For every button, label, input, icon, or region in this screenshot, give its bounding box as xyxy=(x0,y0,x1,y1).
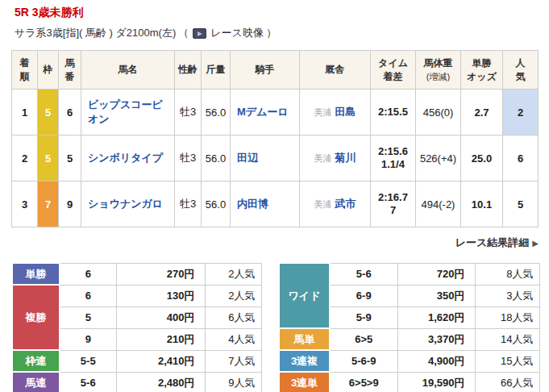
combo-cell: 5 xyxy=(60,307,116,328)
race-result-detail-link[interactable]: レース結果詳細▶ xyxy=(455,236,539,250)
combo-cell: 6>5 xyxy=(330,328,397,350)
col-header-stable: 厩舎 xyxy=(300,51,371,90)
jockey-link[interactable]: 内田博 xyxy=(237,198,268,210)
ninki-cell: 14人気 xyxy=(475,328,539,350)
rank-cell: 2 xyxy=(12,136,38,181)
horse-name-link[interactable]: シンボリタイプ xyxy=(88,152,163,164)
combo-cell: 6-9 xyxy=(330,285,397,307)
combo-cell: 6 xyxy=(60,263,116,285)
combo-cell: 5-5 xyxy=(60,350,116,372)
horse-number-cell: 9 xyxy=(59,181,81,227)
time-cell: 2:16.77 xyxy=(371,181,416,227)
margin-label: 7 xyxy=(390,204,396,216)
rank-cell: 3 xyxy=(12,181,38,227)
horse-weight-cell: 526(+4) xyxy=(416,136,461,181)
waku-cell: 5 xyxy=(38,90,59,136)
stable-area-label: 美浦 xyxy=(314,153,332,163)
payout-row-sanrentan: 3連単 6>5>9 19,590円 66人気 xyxy=(279,372,539,392)
combo-cell: 9 xyxy=(60,328,116,350)
arrow-right-icon: ▶ xyxy=(532,239,539,248)
results-header-row: 着 順 枠 馬 番 馬名 性齢 斤量 騎手 厩舎 タイム 着差 馬体重(増減) … xyxy=(12,51,539,90)
bet-type-label: 複勝 xyxy=(12,285,60,350)
payout-cell: 1,620円 xyxy=(397,307,475,328)
payout-row-tansho: 単勝 6 270円 2人気 xyxy=(12,263,261,285)
bet-type-label: 馬連 xyxy=(12,372,60,392)
race-conditions-text: サラ系3歳[指]( 馬齢 ) ダ2100m(左) xyxy=(15,26,176,40)
trainer-link[interactable]: 武市 xyxy=(335,198,356,210)
ninki-cell: 9人気 xyxy=(205,372,261,392)
payout-cell: 400円 xyxy=(116,307,205,328)
result-row-1: 1 5 6 ビップスコーピオン 牡3 56.0 Mデムーロ 美浦田島 2:15.… xyxy=(12,90,539,136)
ninki-cell: 6人気 xyxy=(205,307,261,328)
payout-cell: 130円 xyxy=(116,285,205,307)
horse-number-cell: 5 xyxy=(59,136,81,181)
stable-cell: 美浦田島 xyxy=(300,90,371,136)
waku-cell: 5 xyxy=(38,136,59,181)
weight-cell: 56.0 xyxy=(202,136,231,181)
payout-cell: 2,480円 xyxy=(116,372,205,392)
race-video-link[interactable]: レース映像 xyxy=(210,26,264,40)
horse-weight-cell: 456(0) xyxy=(416,90,461,136)
col-header-horse-weight: 馬体重(増減) xyxy=(416,51,461,90)
sex-age-cell: 牡3 xyxy=(175,90,202,136)
ninki-cell: 2 xyxy=(503,90,539,136)
bet-type-label: 3連単 xyxy=(279,372,330,392)
col-header-name: 馬名 xyxy=(81,51,175,90)
stable-cell: 美浦菊川 xyxy=(300,136,371,181)
payout-table-left: 単勝 6 270円 2人気 複勝 6 130円 2人気 5 400円 6人気 9… xyxy=(11,262,262,392)
payout-row-umaren: 馬連 5-6 2,480円 9人気 xyxy=(12,372,261,392)
col-header-ninki: 人 気 xyxy=(503,51,539,90)
video-icon[interactable] xyxy=(193,28,206,39)
paren-close: ） xyxy=(266,26,277,40)
col-header-odds: 単勝 オッズ xyxy=(461,51,503,90)
paren-open: （ xyxy=(178,26,189,40)
payout-table-right: ワイド 5-6 720円 8人気 6-9 350円 3人気 5-9 1,620円… xyxy=(278,262,540,392)
col-header-weight: 斤量 xyxy=(202,51,231,90)
payout-cell: 350円 xyxy=(397,285,475,307)
payout-cell: 270円 xyxy=(116,263,205,285)
horse-weight-cell: 494(-2) xyxy=(416,181,461,227)
time-cell: 2:15.61.1/4 xyxy=(371,136,416,181)
col-header-number: 馬 番 xyxy=(59,51,81,90)
combo-cell: 5-6 xyxy=(330,263,397,285)
payout-cell: 210円 xyxy=(116,328,205,350)
col-header-time: タイム 着差 xyxy=(371,51,416,90)
ninki-cell: 7人気 xyxy=(205,350,261,372)
race-result-detail-label: レース結果詳細 xyxy=(455,236,530,248)
ninki-cell: 4人気 xyxy=(205,328,261,350)
sex-age-cell: 牡3 xyxy=(175,181,202,227)
horse-name-link[interactable]: ショウナンガロ xyxy=(88,198,163,210)
bet-type-label: 3連複 xyxy=(279,350,330,372)
jockey-link[interactable]: Mデムーロ xyxy=(237,106,289,118)
odds-cell: 25.0 xyxy=(461,136,503,181)
odds-cell: 2.7 xyxy=(461,90,503,136)
waku-cell: 7 xyxy=(38,181,59,227)
combo-cell: 5-9 xyxy=(330,307,397,328)
combo-cell: 6 xyxy=(60,285,116,307)
stable-area-label: 美浦 xyxy=(314,107,332,117)
bet-type-label: 枠連 xyxy=(12,350,60,372)
horse-name-link[interactable]: ビップスコーピオン xyxy=(88,98,163,125)
trainer-link[interactable]: 菊川 xyxy=(335,152,356,164)
ninki-cell: 2人気 xyxy=(205,263,261,285)
col-header-jockey: 騎手 xyxy=(231,51,300,90)
rank-cell: 1 xyxy=(12,90,38,136)
payout-cell: 720円 xyxy=(397,263,475,285)
bet-type-label: 馬単 xyxy=(279,328,330,350)
col-header-rank: 着 順 xyxy=(12,51,38,90)
time-cell: 2:15.5 xyxy=(371,90,416,136)
payout-cell: 2,410円 xyxy=(116,350,205,372)
stable-cell: 美浦武市 xyxy=(300,181,371,227)
jockey-link[interactable]: 田辺 xyxy=(237,152,258,164)
payout-cell: 19,590円 xyxy=(397,372,475,392)
payout-row-wakuren: 枠連 5-5 2,410円 7人気 xyxy=(12,350,261,372)
combo-cell: 5-6-9 xyxy=(330,350,397,372)
combo-cell: 5-6 xyxy=(60,372,116,392)
payout-cell: 3,370円 xyxy=(397,328,475,350)
payout-row-wide-1: ワイド 5-6 720円 8人気 xyxy=(279,263,539,285)
weight-cell: 56.0 xyxy=(202,90,231,136)
ninki-cell: 6 xyxy=(503,136,539,181)
race-conditions: サラ系3歳[指]( 馬齢 ) ダ2100m(左) （ レース映像 ） xyxy=(15,26,277,40)
trainer-link[interactable]: 田島 xyxy=(335,106,356,118)
col-header-sex-age: 性齢 xyxy=(175,51,202,90)
